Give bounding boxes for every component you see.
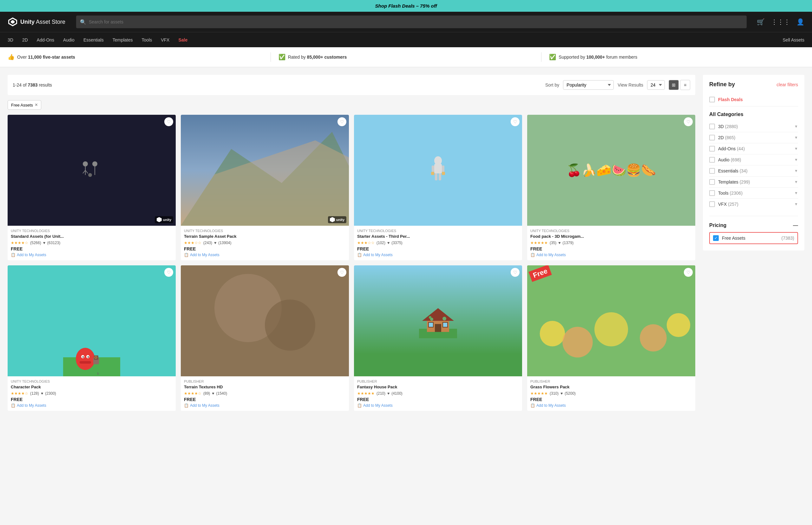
asset-publisher: UNITY TECHNOLOGIES bbox=[530, 229, 692, 233]
add-icon: 📋 bbox=[357, 253, 362, 257]
search-input[interactable] bbox=[89, 19, 743, 25]
flash-deals-checkbox[interactable] bbox=[709, 97, 715, 102]
nav-item-audio[interactable]: Audio bbox=[63, 33, 75, 47]
flash-deals-label[interactable]: Flash Deals bbox=[718, 97, 743, 102]
pricing-header: Pricing — bbox=[709, 223, 798, 228]
category-checkbox-vfx[interactable] bbox=[709, 201, 715, 207]
heart-count: (1540) bbox=[216, 391, 227, 396]
heart-button[interactable]: ♡ bbox=[684, 117, 693, 126]
category-checkbox-2d[interactable] bbox=[709, 135, 715, 140]
nav-item-3d[interactable]: 3D bbox=[8, 33, 13, 47]
heart-icon: ♥ bbox=[214, 241, 216, 245]
asset-info: PUBLISHER Terrain Textures HD ★★★★☆ (89)… bbox=[181, 376, 349, 411]
category-checkbox-tools[interactable] bbox=[709, 190, 715, 196]
list-view-button[interactable]: ≡ bbox=[680, 80, 690, 90]
category-checkbox-templates[interactable] bbox=[709, 179, 715, 185]
search-bar[interactable]: 🔍 bbox=[76, 16, 747, 28]
svg-point-25 bbox=[88, 356, 89, 358]
asset-card[interactable]: ♡ UNITY TECHNOLOGIES Starter Assets - Th… bbox=[354, 115, 522, 260]
category-label-tools: Tools (2306) bbox=[718, 191, 791, 196]
asset-publisher: UNITY TECHNOLOGIES bbox=[11, 229, 173, 233]
asset-price: FREE bbox=[357, 246, 519, 251]
nav-sell-assets[interactable]: Sell Assets bbox=[783, 38, 804, 43]
add-to-assets[interactable]: 📋 Add to My Assets bbox=[184, 253, 346, 257]
heart-button[interactable]: ♡ bbox=[164, 268, 173, 277]
asset-card[interactable]: ♡ PUBLISHER Fantasy House Pack ★★★★★ (21… bbox=[354, 265, 522, 411]
cart-icon[interactable]: 🛒 bbox=[757, 18, 765, 26]
food-emoji: 🍒🍌🧀🍉🍔🌭 bbox=[566, 163, 656, 177]
add-label: Add to My Assets bbox=[17, 253, 46, 257]
category-item-2d[interactable]: 2D (865) ▼ bbox=[709, 132, 798, 143]
clear-filters-link[interactable]: clear filters bbox=[777, 82, 798, 87]
category-item-vfx[interactable]: VFX (257) ▼ bbox=[709, 199, 798, 210]
add-to-assets[interactable]: 📋 Add to My Assets bbox=[530, 403, 692, 408]
svg-rect-37 bbox=[435, 324, 441, 332]
heart-count: (63123) bbox=[47, 241, 60, 245]
heart-button[interactable]: ♡ bbox=[511, 268, 519, 277]
category-checkbox-addons[interactable] bbox=[709, 146, 715, 152]
asset-card[interactable]: 🍒🍌🧀🍉🍔🌭 ♡ UNITY TECHNOLOGIES Food pack - … bbox=[527, 115, 695, 260]
heart-button[interactable]: ♡ bbox=[511, 117, 519, 126]
category-item-tools[interactable]: Tools (2306) ▼ bbox=[709, 188, 798, 199]
chevron-down-icon: ▼ bbox=[794, 147, 798, 151]
user-icon[interactable]: 👤 bbox=[796, 18, 804, 26]
add-to-assets[interactable]: 📋 Add to My Assets bbox=[11, 253, 173, 257]
asset-rating: ★★★☆☆ (102) ♥ (3375) bbox=[357, 241, 519, 245]
asset-card[interactable]: ♡ PUBLISHER Terrain Textures HD ★★★★☆ (8… bbox=[181, 265, 349, 411]
heart-button[interactable]: ♡ bbox=[684, 268, 693, 277]
grid-view-button[interactable]: ⊞ bbox=[669, 80, 679, 90]
category-item-3d[interactable]: 3D (2880) ▼ bbox=[709, 121, 798, 132]
filter-tag-free-assets[interactable]: Free Assets × bbox=[8, 100, 41, 110]
heart-button[interactable]: ♡ bbox=[164, 117, 173, 126]
add-to-assets[interactable]: 📋 Add to My Assets bbox=[530, 253, 692, 257]
logo-text: Unity Asset Store bbox=[20, 19, 65, 25]
view-count-select[interactable]: 24 48 96 bbox=[647, 80, 665, 90]
svg-rect-18 bbox=[431, 172, 434, 175]
category-item-audio[interactable]: Audio (698) ▼ bbox=[709, 154, 798, 165]
free-assets-checkbox[interactable]: ✓ bbox=[713, 235, 719, 241]
category-checkbox-3d[interactable] bbox=[709, 124, 715, 129]
nav-item-essentials[interactable]: Essentials bbox=[84, 33, 104, 47]
top-banner[interactable]: Shop Flash Deals – 75% off bbox=[0, 0, 812, 12]
filter-tag-remove-icon[interactable]: × bbox=[35, 102, 38, 108]
heart-button[interactable]: ♡ bbox=[338, 117, 346, 126]
nav-item-tools[interactable]: Tools bbox=[142, 33, 152, 47]
heart-button[interactable]: ♡ bbox=[338, 268, 346, 277]
nav-item-templates[interactable]: Templates bbox=[113, 33, 133, 47]
search-icon: 🔍 bbox=[80, 19, 86, 25]
heart-icon: ♥ bbox=[212, 391, 214, 396]
free-assets-row[interactable]: ✓ Free Assets (7383) bbox=[709, 232, 798, 244]
category-checkbox-audio[interactable] bbox=[709, 157, 715, 163]
add-to-assets[interactable]: 📋 Add to My Assets bbox=[357, 253, 519, 257]
nav-item-2d[interactable]: 2D bbox=[22, 33, 28, 47]
asset-card[interactable]: ♡ unity UNITY TECHNOLOGIES Terrain Sampl… bbox=[181, 115, 349, 260]
grid-icon[interactable]: ⋮⋮⋮ bbox=[771, 18, 790, 26]
results-count: 1-24 of 7383 results bbox=[13, 82, 542, 88]
asset-rating: ★★★★★ (310) ♥ (5200) bbox=[530, 391, 692, 396]
asset-name: Character Pack bbox=[11, 385, 173, 389]
unity-badge-text: unity bbox=[163, 218, 171, 222]
logo[interactable]: Unity Asset Store bbox=[8, 17, 71, 27]
nav-item-vfx[interactable]: VFX bbox=[161, 33, 169, 47]
stat-forum-value: 100,000+ bbox=[587, 55, 605, 60]
asset-card[interactable]: Free ♡ PUBLISHER Grass Flowers Pack ★★★★… bbox=[527, 265, 695, 411]
category-checkbox-essentials[interactable] bbox=[709, 168, 715, 174]
category-item-templates[interactable]: Templates (299) ▼ bbox=[709, 177, 798, 188]
add-to-assets[interactable]: 📋 Add to My Assets bbox=[11, 403, 173, 408]
nav-item-sale[interactable]: Sale bbox=[178, 33, 188, 47]
stats-bar: 👍 Over 11,000 five-star assets ✅ Rated b… bbox=[0, 47, 812, 67]
rating-count: (35) bbox=[550, 241, 556, 245]
nav-item-addons[interactable]: Add-Ons bbox=[37, 33, 54, 47]
asset-card[interactable]: ♡ unity UNITY TECHNOLOGIES Standard Asse… bbox=[8, 115, 176, 260]
add-to-assets[interactable]: 📋 Add to My Assets bbox=[184, 403, 346, 408]
sort-by-select[interactable]: Popularity Newest Price (Low to High) Pr… bbox=[563, 80, 614, 90]
add-to-assets[interactable]: 📋 Add to My Assets bbox=[357, 403, 519, 408]
asset-card[interactable]: ⊙ b ♡ UNITY TECHNOLOGIES Character Pack … bbox=[8, 265, 176, 411]
asset-grid: ♡ unity UNITY TECHNOLOGIES Standard Asse… bbox=[8, 115, 695, 411]
unity-logo-small bbox=[157, 217, 162, 222]
unity-logo-small bbox=[330, 217, 335, 222]
category-item-addons[interactable]: Add-Ons (44) ▼ bbox=[709, 143, 798, 154]
category-item-essentials[interactable]: Essentials (34) ▼ bbox=[709, 165, 798, 177]
star-rating: ★★★★☆ bbox=[11, 391, 28, 396]
stat-five-star-value: 11,000 five-star assets bbox=[28, 55, 75, 60]
